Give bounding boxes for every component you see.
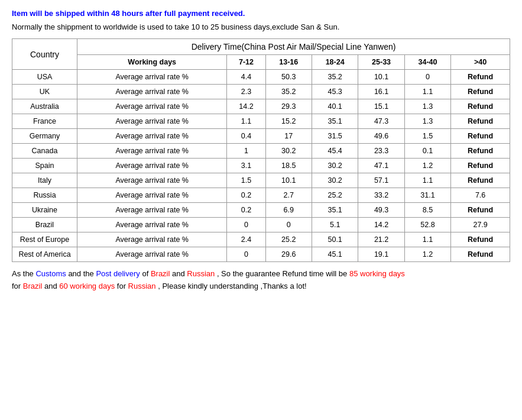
table-row-v2: 35.2 — [265, 85, 312, 99]
table-row-v3: 5.1 — [312, 218, 358, 232]
table-row-v6: Refund — [451, 129, 510, 144]
table-row: Italy — [12, 173, 77, 188]
table-row: France — [12, 114, 77, 129]
table-row: UK — [12, 85, 77, 99]
table-row-v2: 50.3 — [265, 70, 312, 85]
footer-part3: of — [140, 269, 151, 278]
table-row-v2: 29.6 — [265, 247, 312, 262]
table-row-v3: 35.1 — [312, 114, 358, 129]
table-row-v4: 10.1 — [358, 70, 404, 85]
table-row-v3: 40.1 — [312, 99, 358, 114]
table-row-v2: 17 — [265, 129, 312, 144]
table-row-v4: 47.3 — [358, 114, 404, 129]
table-row-v1: 1.5 — [227, 173, 265, 188]
table-row-v6: Refund — [451, 70, 510, 85]
table-row-v4: 16.1 — [358, 85, 404, 99]
table-row-label: Average arrival rate % — [77, 114, 227, 129]
footer-post: Post delivery — [96, 269, 140, 278]
footer-part2: and the — [66, 269, 96, 278]
table-row-v5: 52.8 — [404, 218, 450, 232]
table-row: Spain — [12, 159, 77, 173]
table-row-label: Average arrival rate % — [77, 188, 227, 203]
table-row-label: Average arrival rate % — [77, 203, 227, 218]
table-row-v1: 2.3 — [227, 85, 265, 99]
table-row-v5: 1.1 — [404, 232, 450, 247]
table-row: USA — [12, 70, 77, 85]
table-row: Brazil — [12, 218, 77, 232]
footer-part6: for — [12, 282, 23, 290]
table-row-v3: 25.2 — [312, 188, 358, 203]
table-row-v3: 35.1 — [312, 203, 358, 218]
footer-part9: , Please kindly understanding ,Thanks a … — [156, 282, 307, 290]
table-row-v6: Refund — [451, 99, 510, 114]
table-row: Canada — [12, 144, 77, 159]
table-row-v3: 45.3 — [312, 85, 358, 99]
table-row-v6: Refund — [451, 173, 510, 188]
table-row-v4: 21.2 — [358, 232, 404, 247]
col-working-days: Working days — [77, 55, 227, 70]
table-row-v4: 14.2 — [358, 218, 404, 232]
table-row: Ukraine — [12, 203, 77, 218]
footer-days85: 85 working days — [349, 269, 405, 278]
footer-note: As the Customs and the Post delivery of … — [12, 268, 510, 293]
table-row-label: Average arrival rate % — [77, 232, 227, 247]
table-row-v3: 31.5 — [312, 129, 358, 144]
table-row-v2: 30.2 — [265, 144, 312, 159]
header-main: Delivery Time(China Post Air Mail/Specia… — [77, 39, 510, 55]
col-country-header: Country — [12, 39, 77, 70]
table-row-v1: 0 — [227, 218, 265, 232]
table-row-v1: 0 — [227, 247, 265, 262]
table-row-v4: 57.1 — [358, 173, 404, 188]
table-row-v4: 19.1 — [358, 247, 404, 262]
table-row-label: Average arrival rate % — [77, 218, 227, 232]
table-row-v6: 27.9 — [451, 218, 510, 232]
table-row-v4: 47.1 — [358, 159, 404, 173]
table-row-v1: 1 — [227, 144, 265, 159]
table-row-v1: 0.4 — [227, 129, 265, 144]
table-row-v1: 3.1 — [227, 159, 265, 173]
table-row: Rest of Europe — [12, 232, 77, 247]
table-row: Rest of America — [12, 247, 77, 262]
footer-brazil: Brazil — [151, 269, 170, 278]
table-row-v6: Refund — [451, 114, 510, 129]
table-row-v2: 0 — [265, 218, 312, 232]
table-row-v5: 1.1 — [404, 173, 450, 188]
table-row-label: Average arrival rate % — [77, 129, 227, 144]
table-row-v5: 1.1 — [404, 85, 450, 99]
table-row-v6: Refund — [451, 247, 510, 262]
table-row-v5: 1.2 — [404, 247, 450, 262]
table-row-v6: 7.6 — [451, 188, 510, 203]
footer-part1: As the — [12, 269, 35, 278]
footer-part8: for — [115, 282, 128, 290]
table-row-v1: 0.2 — [227, 188, 265, 203]
footer-russian2: Russian — [128, 282, 156, 290]
table-row-v2: 15.2 — [265, 114, 312, 129]
table-row-v4: 49.3 — [358, 203, 404, 218]
col-40plus: >40 — [451, 55, 510, 70]
table-row-v6: Refund — [451, 85, 510, 99]
table-row-v6: Refund — [451, 144, 510, 159]
table-row-v1: 0.2 — [227, 203, 265, 218]
footer-russian: Russian — [187, 269, 215, 278]
table-row-v5: 1.3 — [404, 114, 450, 129]
table-row-v6: Refund — [451, 203, 510, 218]
table-row-v5: 31.1 — [404, 188, 450, 203]
footer-customs: Customs — [35, 269, 66, 278]
col-34-40: 34-40 — [404, 55, 450, 70]
table-row-v1: 4.4 — [227, 70, 265, 85]
table-row-v2: 2.7 — [265, 188, 312, 203]
table-row-v5: 0 — [404, 70, 450, 85]
table-row-v2: 6.9 — [265, 203, 312, 218]
table-row-v3: 35.2 — [312, 70, 358, 85]
table-row-v1: 1.1 — [227, 114, 265, 129]
table-row-v5: 0.1 — [404, 144, 450, 159]
table-row-v2: 29.3 — [265, 99, 312, 114]
table-row-v5: 1.2 — [404, 159, 450, 173]
table-row-v2: 25.2 — [265, 232, 312, 247]
table-row-v6: Refund — [451, 232, 510, 247]
table-row-v4: 49.6 — [358, 129, 404, 144]
table-row-v6: Refund — [451, 159, 510, 173]
footer-part5: , So the guarantee Refund time will be — [215, 269, 349, 278]
notice-1: Item will be shipped within 48 hours aft… — [12, 9, 510, 18]
table-row-label: Average arrival rate % — [77, 144, 227, 159]
